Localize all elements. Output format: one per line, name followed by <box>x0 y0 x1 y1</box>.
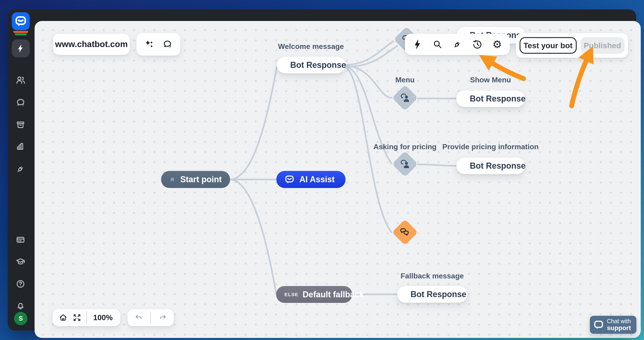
sidebar-item-reports[interactable] <box>16 141 26 151</box>
sidebar-item-chats[interactable]: ? <box>16 98 26 108</box>
history-controls <box>128 309 174 326</box>
caption-show-menu: Show Menu <box>470 76 511 84</box>
node-ai-assist[interactable]: AI Assist <box>276 171 346 188</box>
support-label-line1: Chat with <box>607 318 631 324</box>
search-icon <box>432 39 443 50</box>
gear-icon: ⚙ <box>492 39 502 50</box>
node-label: Bot Response <box>290 60 346 70</box>
home-icon <box>58 313 68 322</box>
expand-icon <box>72 313 82 322</box>
users-icon <box>16 75 26 85</box>
logo-stack-orange <box>13 31 28 33</box>
node-bot-response-fallback[interactable]: Bot Response <box>397 286 468 303</box>
app-window: ? <box>8 10 636 330</box>
credit-card-icon <box>16 235 26 245</box>
archive-box-icon <box>16 120 26 130</box>
caption-provide-pricing-information: Provide pricing information <box>442 143 539 151</box>
bot-url-pill[interactable]: www.chatbot.com <box>53 34 130 55</box>
graduation-cap-icon <box>16 257 26 267</box>
support-label-line2: support <box>607 324 631 331</box>
help-circle-icon <box>16 279 26 289</box>
history-icon <box>472 39 483 50</box>
node-label: Start point <box>180 175 222 184</box>
chatbot-logo-icon <box>15 15 27 27</box>
sidebar-item-help[interactable] <box>16 279 26 289</box>
chat-bubbles-icon <box>399 226 411 238</box>
sidebar: ? <box>8 10 27 330</box>
logo-stack-green <box>15 34 27 35</box>
else-badge: ELSE <box>284 292 298 297</box>
user-input-icon <box>399 158 411 170</box>
zoom-level[interactable]: 100% <box>92 313 114 322</box>
undo-icon <box>134 313 144 322</box>
node-label: Bot Response <box>410 289 466 299</box>
plug-icon <box>16 164 26 174</box>
search-button[interactable] <box>430 37 444 52</box>
bar-chart-icon <box>16 141 26 151</box>
node-label: Bot Response <box>470 94 526 104</box>
plug-icon <box>452 39 462 50</box>
chat-question-icon: ? <box>16 98 26 108</box>
chatbot-flow-builder: { "header": { "url_pill": "www.chatbot.c… <box>0 0 644 340</box>
caption-welcome-message: Welcome message <box>278 42 344 51</box>
node-bot-response-menu[interactable]: Bot Response <box>456 90 525 107</box>
node-start-point[interactable]: Start point <box>161 171 230 188</box>
sidebar-item-notifications[interactable] <box>16 301 26 311</box>
test-your-bot-button[interactable]: Test your bot <box>520 37 577 54</box>
sidebar-item-academy[interactable] <box>16 257 26 267</box>
reset-view-button[interactable] <box>58 313 68 322</box>
integrations-button[interactable] <box>450 37 464 52</box>
redo-icon <box>158 313 167 322</box>
version-history-button[interactable] <box>470 37 484 52</box>
quick-actions-button[interactable] <box>410 37 425 52</box>
chat-with-support-button[interactable]: Chat with support <box>590 316 636 334</box>
undo-button[interactable] <box>134 313 144 322</box>
publish-controls: Test your bot Published <box>516 33 628 58</box>
support-button-label: Chat with support <box>607 318 631 331</box>
caption-asking-for-pricing: Asking for pricing <box>374 143 436 151</box>
bell-icon <box>16 301 26 311</box>
redo-button[interactable] <box>158 313 167 322</box>
user-avatar[interactable]: S <box>14 312 28 325</box>
sidebar-item-integrations[interactable] <box>16 164 26 174</box>
canvas-view-controls: 100% <box>52 309 120 326</box>
home-icon <box>170 175 175 184</box>
divider <box>150 311 151 324</box>
node-bot-response-welcome[interactable]: Bot Response <box>277 57 346 73</box>
svg-text:?: ? <box>22 103 24 107</box>
caption-fallback-message: Fallback message <box>400 272 464 280</box>
sidebar-item-automation-active[interactable] <box>12 40 30 58</box>
node-user-input-menu[interactable] <box>392 85 418 111</box>
arrow-to-published-button <box>572 58 587 106</box>
node-user-input-pricing[interactable] <box>392 151 418 177</box>
published-button[interactable]: Published <box>580 37 625 54</box>
lightning-icon <box>412 39 423 50</box>
canvas-toolbar: ⚙ <box>405 34 510 55</box>
node-bot-response-pricing[interactable]: Bot Response <box>456 158 525 174</box>
caption-menu: Menu <box>395 76 415 84</box>
assist-tools-pill: ? <box>136 33 180 56</box>
chatbot-bubble-icon <box>285 175 294 184</box>
node-livechat-handoff[interactable] <box>392 219 418 245</box>
sparkles-icon[interactable] <box>144 39 154 49</box>
svg-text:?: ? <box>169 45 171 49</box>
node-default-fallback[interactable]: ELSE Default fallback <box>276 286 352 303</box>
user-input-icon <box>399 92 411 104</box>
flow-canvas[interactable]: Welcome message Menu Show Menu Asking fo… <box>34 21 641 338</box>
fit-to-screen-button[interactable] <box>72 313 82 322</box>
faq-chat-icon[interactable]: ? <box>162 39 172 49</box>
node-label: AI Assist <box>300 175 335 184</box>
node-label: Bot Response <box>470 161 526 171</box>
lightning-icon <box>16 44 25 53</box>
sidebar-item-billing[interactable] <box>16 235 26 245</box>
sidebar-item-users[interactable] <box>16 75 26 85</box>
sidebar-item-archive[interactable] <box>16 120 26 130</box>
node-label: Default fallback <box>303 290 364 299</box>
chat-bubble-icon <box>594 320 604 330</box>
settings-button[interactable]: ⚙ <box>490 37 504 52</box>
chatbot-logo[interactable] <box>12 12 30 30</box>
divider <box>86 311 87 324</box>
